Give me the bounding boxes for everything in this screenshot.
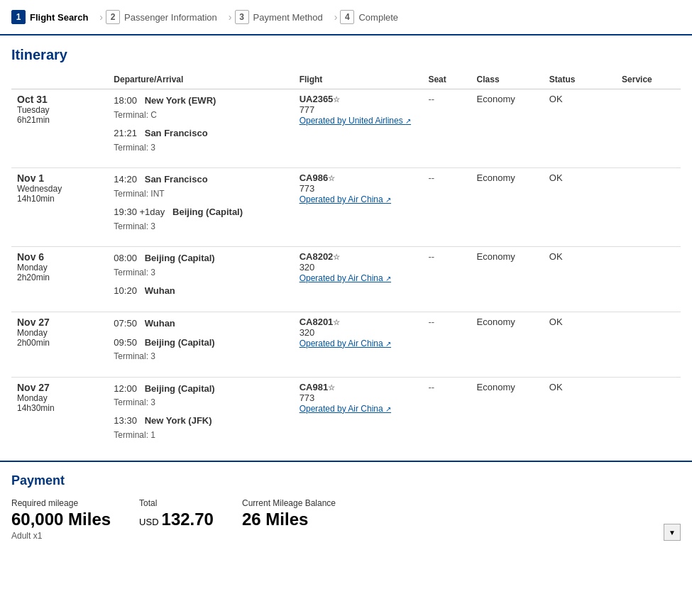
dep-time: 12:00 (114, 383, 137, 394)
operated-link[interactable]: Operated by Air China ↗ (300, 404, 391, 414)
dep-terminal: Terminal: C (114, 109, 287, 122)
seat-cell: -- (422, 89, 471, 159)
dep-terminal: Terminal: INT (114, 187, 287, 201)
step-3[interactable]: 3 Payment Method (235, 7, 331, 27)
dep-city: New York (EWR) (145, 95, 216, 106)
class-cell: Economy (471, 167, 544, 237)
date-cell: Nov 6 Monday 2h20min (11, 246, 108, 302)
table-row: Nov 6 Monday 2h20min 08:00 Beijing (Capi… (11, 246, 681, 302)
external-link-icon: ↗ (405, 117, 411, 125)
adult-label: Adult x1 (11, 531, 111, 541)
arr-info: 09:50 Beijing (Capital) Terminal: 3 (114, 336, 287, 364)
dep-arr-cell: 08:00 Beijing (Capital) Terminal: 3 10:2… (108, 246, 293, 302)
step-3-label: Payment Method (253, 12, 323, 23)
date-cell: Nov 1 Wednesday 14h10min (11, 167, 108, 237)
dep-time: 14:20 (114, 174, 137, 185)
flight-cell: UA2365☆ 777 Operated by United Airlines … (294, 89, 423, 159)
dep-time: 08:00 (114, 253, 137, 263)
operated-link[interactable]: Operated by United Airlines ↗ (300, 116, 411, 126)
seat-cell: -- (422, 377, 471, 446)
operated-link[interactable]: Operated by Air China ↗ (300, 194, 391, 204)
arr-info: 19:30 +1day Beijing (Capital) Terminal: … (114, 205, 287, 233)
arr-city: Wuhan (145, 285, 175, 296)
itinerary-title: Itinerary (11, 47, 681, 63)
flight-duration: 2h00min (17, 338, 102, 348)
dep-info: 14:20 San Francisco Terminal: INT (114, 172, 287, 201)
aircraft: 773 (300, 392, 417, 403)
flight-day: Wednesday (17, 184, 102, 194)
flight-day: Monday (17, 328, 102, 338)
arr-terminal: Terminal: 1 (114, 429, 287, 442)
step-4[interactable]: 4 Complete (340, 7, 407, 27)
dropdown-button[interactable]: ▼ (664, 524, 681, 541)
date-cell: Nov 27 Monday 14h30min (11, 377, 108, 446)
star-icon: ☆ (333, 253, 340, 261)
payment-row: Required mileage 60,000 Miles Adult x1 T… (11, 498, 681, 541)
payment-cols: Required mileage 60,000 Miles Adult x1 T… (11, 498, 664, 541)
flight-duration: 2h20min (17, 273, 102, 282)
payment-title: Payment (11, 473, 681, 488)
service-cell (616, 89, 681, 159)
flight-cell: CA8201☆ 320 Operated by Air China ↗ (294, 312, 423, 368)
flight-duration: 6h21min (17, 115, 102, 125)
arr-info: 21:21 San Francisco Terminal: 3 (114, 126, 287, 155)
external-link-icon: ↗ (385, 405, 391, 413)
service-cell (616, 167, 681, 237)
seat-cell: -- (422, 246, 471, 302)
dep-info: 12:00 Beijing (Capital) Terminal: 3 (114, 382, 287, 410)
external-link-icon: ↗ (385, 275, 391, 282)
status-cell: OK (544, 377, 616, 446)
arr-city: San Francisco (145, 128, 208, 138)
external-link-icon: ↗ (385, 196, 391, 204)
arr-time: 19:30 +1day (114, 207, 165, 217)
aircraft: 773 (300, 183, 417, 194)
operated-link[interactable]: Operated by Air China ↗ (300, 273, 391, 283)
col-class: Class (471, 72, 544, 89)
service-cell (616, 246, 681, 302)
arr-terminal: Terminal: 3 (114, 220, 287, 233)
flight-day: Monday (17, 263, 102, 273)
dep-info: 18:00 New York (EWR) Terminal: C (114, 94, 287, 122)
col-date (11, 72, 108, 89)
balance-label: Current Mileage Balance (242, 498, 336, 508)
service-cell (616, 377, 681, 446)
dep-info: 07:50 Wuhan (114, 317, 287, 331)
class-cell: Economy (471, 89, 544, 159)
total-amount: 132.70 (162, 510, 214, 529)
external-link-icon: ↗ (385, 340, 391, 348)
table-row: Nov 27 Monday 2h00min 07:50 Wuhan 09:50 … (11, 312, 681, 368)
flight-date: Nov 27 (17, 317, 102, 328)
star-icon: ☆ (328, 174, 335, 182)
balance-value: 26 Miles (242, 510, 336, 529)
dep-city: San Francisco (145, 174, 208, 185)
flight-date: Oct 31 (17, 94, 102, 105)
arr-terminal: Terminal: 3 (114, 350, 287, 363)
dep-arr-cell: 18:00 New York (EWR) Terminal: C 21:21 S… (108, 89, 293, 159)
class-cell: Economy (471, 377, 544, 446)
payment-required-col: Required mileage 60,000 Miles Adult x1 (11, 498, 111, 541)
required-label: Required mileage (11, 498, 111, 508)
arr-terminal: Terminal: 3 (114, 141, 287, 155)
flight-date: Nov 6 (17, 251, 102, 263)
payment-total-col: Total USD132.70 (139, 498, 214, 529)
separator-row (11, 368, 681, 378)
arr-city: Beijing (Capital) (172, 207, 243, 217)
class-cell: Economy (471, 246, 544, 302)
arr-info: 13:30 New York (JFK) Terminal: 1 (114, 414, 287, 442)
step-4-num: 4 (340, 10, 354, 24)
col-seat: Seat (422, 72, 471, 89)
flight-day: Tuesday (17, 105, 102, 115)
dep-time: 18:00 (114, 95, 137, 106)
separator-row (11, 303, 681, 312)
arr-city: New York (JFK) (145, 415, 212, 426)
step-2[interactable]: 2 Passenger Information (106, 7, 226, 27)
required-value: 60,000 Miles (11, 510, 111, 529)
separator-row (11, 159, 681, 168)
star-icon: ☆ (333, 318, 340, 326)
flight-cell: CA981☆ 773 Operated by Air China ↗ (294, 377, 423, 446)
flight-cell: CA986☆ 773 Operated by Air China ↗ (294, 167, 423, 237)
operated-link[interactable]: Operated by Air China ↗ (300, 339, 391, 348)
step-2-label: Passenger Information (124, 12, 217, 23)
step-1[interactable]: 1 Flight Search (11, 7, 97, 27)
col-dep-arr: Departure/Arrival (108, 72, 293, 89)
